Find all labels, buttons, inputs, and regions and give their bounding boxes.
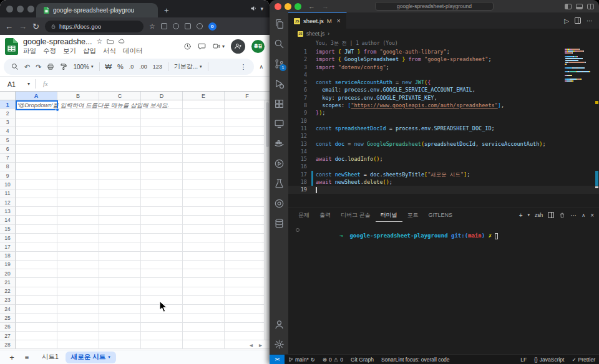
toggle-secondary-sidebar-icon[interactable]	[587, 4, 594, 9]
breadcrumb-file[interactable]: sheet.js	[306, 31, 324, 37]
close-panel-icon[interactable]: ×	[590, 212, 594, 219]
panel-tab-포트[interactable]: 포트	[402, 208, 424, 222]
formatter-status[interactable]: ✓ Prettier	[568, 357, 599, 363]
cell-B20[interactable]	[57, 269, 99, 278]
cell-D20[interactable]	[141, 269, 183, 278]
panel-tab-GITLENS[interactable]: GITLENS	[424, 208, 458, 222]
all-sheets-button[interactable]: ≡	[21, 353, 32, 361]
cell-E10[interactable]	[183, 180, 225, 189]
menu-삽입[interactable]: 삽입	[83, 47, 96, 55]
cell-D25[interactable]	[141, 314, 183, 322]
cell-B21[interactable]	[57, 278, 99, 287]
spreadsheet-grid[interactable]: ABCDEF 123456789101112131415161718192021…	[0, 92, 270, 350]
eol-indicator[interactable]: LF	[517, 357, 530, 363]
extension-icon-4[interactable]	[197, 23, 203, 29]
redo-button[interactable]: ↷	[36, 63, 41, 71]
cell-C22[interactable]	[99, 287, 141, 296]
move-folder-icon[interactable]	[107, 38, 114, 45]
cell-F6[interactable]	[225, 145, 270, 153]
cell-F22[interactable]	[225, 287, 270, 296]
increase-decimal-button[interactable]: .00	[139, 64, 147, 70]
code-line-3[interactable]: 3import "dotenv/config";	[288, 64, 599, 71]
cell-C25[interactable]	[99, 314, 141, 322]
font-select[interactable]: 기본값... ▾	[174, 62, 202, 71]
cell-D15[interactable]	[141, 225, 183, 234]
cell-E1[interactable]	[183, 100, 225, 109]
new-tab-button[interactable]: +	[164, 6, 169, 15]
run-debug-icon[interactable]	[270, 74, 288, 93]
sheet-tab-시트1[interactable]: 시트1	[36, 352, 64, 363]
cell-E19[interactable]	[183, 261, 225, 269]
cell-B17[interactable]	[57, 242, 99, 251]
sonarlint-status[interactable]: SonarLint focus: overall code	[377, 357, 454, 363]
cell-B18[interactable]	[57, 252, 99, 261]
cell-A11[interactable]	[16, 189, 57, 198]
menu-서식[interactable]: 서식	[103, 47, 116, 55]
cell-E27[interactable]	[183, 332, 225, 340]
code-line-7[interactable]: 7 key: process.env.GOOGLE_PRIVATE_KEY,	[288, 94, 599, 102]
cell-C8[interactable]	[99, 163, 141, 171]
row-header-9[interactable]: 9	[0, 171, 16, 180]
comment-icon[interactable]	[198, 42, 206, 50]
problems-status[interactable]: ⊗ 0 ⚠ 0	[319, 357, 347, 363]
cell-A25[interactable]	[16, 314, 57, 322]
cell-F9[interactable]	[225, 171, 270, 180]
row-header-14[interactable]: 14	[0, 216, 16, 224]
cell-F12[interactable]	[225, 198, 270, 207]
panel-tab-터미널[interactable]: 터미널	[376, 208, 402, 222]
cell-C5[interactable]	[99, 136, 141, 145]
cell-D11[interactable]	[141, 189, 183, 198]
menu-수정[interactable]: 수정	[43, 47, 56, 55]
cell-C28[interactable]	[99, 340, 141, 349]
panel-tab-출력[interactable]: 출력	[314, 208, 336, 222]
row-header-22[interactable]: 22	[0, 287, 16, 296]
command-center-search[interactable]: google-spreadsheet-playground	[375, 2, 494, 11]
cell-D8[interactable]	[141, 163, 183, 171]
row-header-3[interactable]: 3	[0, 118, 16, 127]
cell-C14[interactable]	[99, 216, 141, 224]
search-icon[interactable]	[11, 63, 19, 70]
code-line-19[interactable]: 19	[288, 186, 599, 193]
minimap[interactable]	[565, 49, 593, 84]
row-header-2[interactable]: 2	[0, 109, 16, 118]
cell-D21[interactable]	[141, 278, 183, 287]
cell-F14[interactable]	[225, 216, 270, 224]
docker-icon[interactable]	[270, 133, 288, 153]
cell-D23[interactable]	[141, 296, 183, 305]
version-history-icon[interactable]	[183, 42, 192, 50]
cell-F2[interactable]	[225, 109, 270, 118]
user-avatar[interactable]: 총길	[251, 40, 265, 53]
cell-F26[interactable]	[225, 323, 270, 332]
cell-A24[interactable]	[16, 305, 57, 314]
code-line-9[interactable]: 9});	[288, 109, 599, 117]
code-line-4[interactable]: 4	[288, 71, 599, 79]
editor-more-actions[interactable]: ⋯	[587, 17, 593, 24]
format-percent-button[interactable]: %	[117, 63, 124, 70]
address-bar[interactable]: https://docs.goo	[45, 21, 144, 32]
cell-F4[interactable]	[225, 127, 270, 136]
cell-A21[interactable]	[16, 278, 57, 287]
cell-E2[interactable]	[183, 109, 225, 118]
speaker-icon[interactable]	[250, 5, 257, 12]
code-line-14[interactable]: 14	[288, 148, 599, 155]
cell-B22[interactable]	[57, 287, 99, 296]
col-header-B[interactable]: B	[57, 92, 99, 100]
code-line-1[interactable]: 1import { JWT } from "google-auth-librar…	[288, 48, 599, 55]
extension-badge[interactable]: 0	[208, 22, 217, 31]
cell-F24[interactable]	[225, 305, 270, 314]
code-line-15[interactable]: 15await doc.loadInfo();	[288, 155, 599, 163]
language-mode[interactable]: {} JavaScript	[530, 357, 568, 363]
cell-D24[interactable]	[141, 305, 183, 314]
share-button[interactable]	[231, 39, 245, 54]
row-header-5[interactable]: 5	[0, 136, 16, 145]
toggle-sidebar-icon[interactable]	[565, 4, 572, 9]
cell-C17[interactable]	[99, 242, 141, 251]
cell-E16[interactable]	[183, 234, 225, 242]
code-editor[interactable]: You, 3분 전 | 1 author (You) 1import { JWT…	[288, 39, 599, 208]
cell-B9[interactable]	[57, 171, 99, 180]
toggle-panel-icon[interactable]	[576, 4, 583, 9]
cell-D3[interactable]	[141, 118, 183, 127]
cell-F18[interactable]	[225, 252, 270, 261]
panel-tab-문제[interactable]: 문제	[293, 208, 314, 222]
cell-E23[interactable]	[183, 296, 225, 305]
